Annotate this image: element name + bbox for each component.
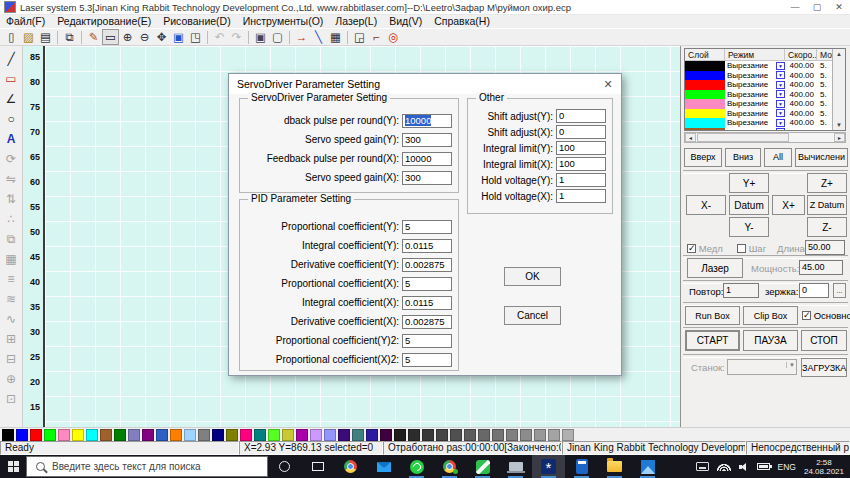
pid-param-1-input[interactable]: 0.0115: [402, 239, 452, 253]
menu-item-help[interactable]: Справка(H): [428, 15, 496, 28]
line-tool-icon[interactable]: ╱: [1, 49, 21, 69]
task-view-button[interactable]: [301, 455, 334, 478]
pid-param-3-input[interactable]: 5: [402, 277, 452, 291]
pause-button[interactable]: ПАУЗА: [743, 330, 798, 351]
mail-button[interactable]: [367, 455, 400, 478]
palette-swatch[interactable]: [30, 429, 42, 441]
array-output-icon[interactable]: ▦: [327, 29, 344, 45]
ok-button[interactable]: OK: [504, 267, 561, 286]
other-param-3-input[interactable]: 100: [556, 157, 606, 171]
close-button[interactable]: ✕: [828, 0, 850, 14]
palette-swatch[interactable]: [534, 429, 546, 441]
import-icon[interactable]: ⧉: [61, 29, 78, 45]
minimize-button[interactable]: —: [784, 0, 806, 14]
palette-swatch[interactable]: [436, 429, 448, 441]
layers-column-header[interactable]: Режим: [725, 49, 785, 61]
other-param-1-input[interactable]: 0: [556, 125, 606, 139]
clock[interactable]: 2:5824.08.2021: [804, 458, 844, 476]
layers-vertical-scrollbar[interactable]: ▲▼: [832, 49, 845, 130]
main-checkbox[interactable]: [802, 311, 811, 320]
palette-swatch[interactable]: [380, 429, 392, 441]
palette-swatch[interactable]: [226, 429, 238, 441]
draw-segment-icon[interactable]: ╲: [310, 29, 327, 45]
layer-down-button[interactable]: Вниз: [725, 148, 761, 167]
jog-y-plus-button[interactable]: Y+: [729, 173, 769, 193]
repeat-field[interactable]: 1: [723, 283, 759, 298]
palette-swatch[interactable]: [408, 429, 420, 441]
servo-param-1-input[interactable]: 300: [402, 133, 452, 147]
preview-icon[interactable]: ◲: [351, 29, 368, 45]
jog-x-plus-button[interactable]: X+: [772, 195, 805, 215]
power-field[interactable]: 45.00: [799, 260, 843, 275]
layer-row[interactable]: Вырезание▼400.005.: [685, 99, 833, 109]
chrome-profile-button[interactable]: [433, 455, 466, 478]
calculator-button[interactable]: [565, 455, 598, 478]
open-file-icon[interactable]: ▨: [20, 29, 37, 45]
rectangle-tool-icon[interactable]: ▭: [1, 69, 21, 89]
mode-dropdown-icon[interactable]: ▼: [776, 62, 785, 70]
menu-item-edit[interactable]: Редактирование(E): [51, 15, 157, 28]
scroll-up-icon[interactable]: ▲: [836, 49, 842, 59]
palette-swatch[interactable]: [338, 429, 350, 441]
palette-swatch[interactable]: [464, 429, 476, 441]
length-field[interactable]: 50.00: [805, 240, 845, 255]
palette-swatch[interactable]: [506, 429, 518, 441]
download-to-machine-icon[interactable]: →: [293, 29, 310, 45]
menu-item-draw[interactable]: Рисование(D): [157, 15, 236, 28]
mode-dropdown-icon[interactable]: ▼: [776, 71, 785, 79]
palette-swatch[interactable]: [282, 429, 294, 441]
laser-app-button[interactable]: *: [532, 455, 565, 478]
machine-select[interactable]: [727, 359, 797, 375]
palette-swatch[interactable]: [548, 429, 560, 441]
remote-pc-button[interactable]: [499, 455, 532, 478]
slow-checkbox[interactable]: [687, 244, 696, 253]
palette-swatch[interactable]: [240, 429, 252, 441]
palette-swatch[interactable]: [86, 429, 98, 441]
group-icon[interactable]: ▣: [252, 29, 269, 45]
mode-dropdown-icon[interactable]: ▼: [776, 81, 785, 89]
maximize-button[interactable]: ▢: [806, 0, 828, 14]
menu-item-file[interactable]: Файл(F): [0, 15, 51, 28]
palette-swatch[interactable]: [296, 429, 308, 441]
pid-param-4-input[interactable]: 0.0115: [402, 296, 452, 310]
view-all-icon[interactable]: ▣: [170, 29, 187, 45]
polyline-tool-icon[interactable]: ∠: [1, 89, 21, 109]
run-box-button[interactable]: Run Box: [685, 306, 740, 325]
palette-swatch[interactable]: [142, 429, 154, 441]
palette-swatch[interactable]: [562, 429, 574, 441]
dialog-titlebar[interactable]: ServoDriver Parameter Setting ✕: [229, 74, 621, 94]
palette-swatch[interactable]: [268, 429, 280, 441]
layer-row[interactable]: Вырезание▼400.005.: [685, 71, 833, 81]
scroll-down-icon[interactable]: ▼: [836, 120, 842, 130]
pid-param-5-input[interactable]: 0.002875: [402, 315, 452, 329]
palette-swatch[interactable]: [114, 429, 126, 441]
taskbar-search-input[interactable]: Введите здесь текст для поиска: [26, 456, 268, 477]
palette-swatch[interactable]: [212, 429, 224, 441]
jog-datum-button[interactable]: Datum: [729, 195, 769, 215]
palette-swatch[interactable]: [478, 429, 490, 441]
palette-swatch[interactable]: [44, 429, 56, 441]
green-app-button[interactable]: [466, 455, 499, 478]
palette-swatch[interactable]: [128, 429, 140, 441]
palette-swatch[interactable]: [422, 429, 434, 441]
layer-all-button[interactable]: All: [764, 148, 792, 167]
palette-swatch[interactable]: [492, 429, 504, 441]
servo-param-3-input[interactable]: 300: [402, 171, 452, 185]
jog-y-minus-button[interactable]: Y-: [729, 217, 769, 237]
layer-row[interactable]: Вырезание▼400.005.: [685, 80, 833, 90]
palette-swatch[interactable]: [310, 429, 322, 441]
layer-row[interactable]: Вырезание▼400.005.: [685, 90, 833, 100]
mode-dropdown-icon[interactable]: ▼: [776, 100, 785, 108]
scroll-right-icon[interactable]: ►: [834, 133, 845, 142]
start-button[interactable]: СТАРТ: [685, 330, 740, 351]
dimension-icon[interactable]: ⌐: [368, 29, 385, 45]
layer-row[interactable]: Вырезание▼400.005.: [685, 61, 833, 71]
jog-z-datum-button[interactable]: Z Datum: [807, 195, 847, 215]
layer-row[interactable]: Вырезание▼400.005.: [685, 128, 833, 132]
start-button-windows[interactable]: [0, 455, 26, 478]
whatsapp-button[interactable]: [400, 455, 433, 478]
file-explorer-button[interactable]: [598, 455, 631, 478]
layer-row[interactable]: Вырезание▼400.005.: [685, 118, 833, 128]
ellipse-tool-icon[interactable]: ○: [1, 109, 21, 129]
palette-swatch[interactable]: [520, 429, 532, 441]
